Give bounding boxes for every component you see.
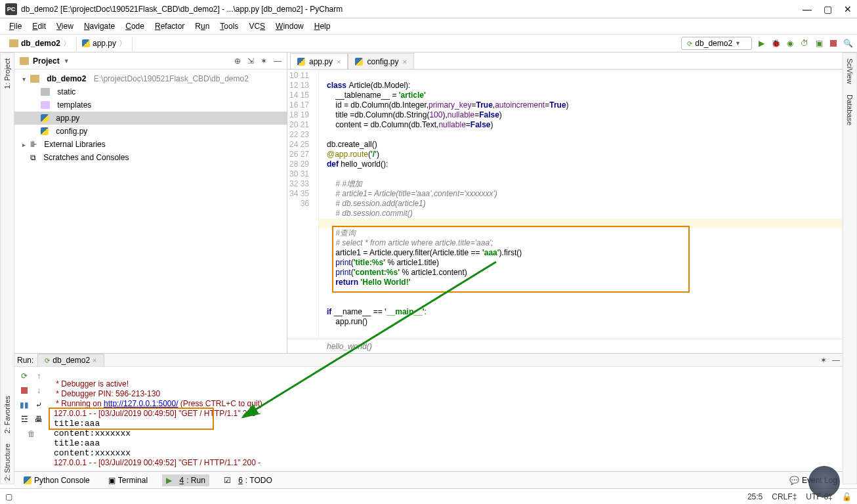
- tree-root[interactable]: ▾ db_demo2 E:\projectDoc\190521Flask_CBD…: [14, 72, 287, 85]
- eventlog-icon: 💬: [789, 476, 799, 485]
- layout-button[interactable]: ☲: [18, 413, 31, 426]
- breadcrumb-root[interactable]: db_demo2 〉: [4, 37, 77, 51]
- debug-button[interactable]: 🐞: [770, 38, 781, 49]
- minimize-button[interactable]: —: [803, 4, 812, 14]
- close-tab-icon[interactable]: ×: [337, 58, 341, 66]
- editor: app.py× config.py× 10 11 12 13 14 15 16 …: [287, 52, 843, 353]
- sidetab-project[interactable]: 1: Project: [2, 56, 12, 91]
- navbar: db_demo2 〉 app.py 〉 ⟳ db_demo2 ▼ ▶ 🐞 ◉ ⏱…: [0, 34, 857, 52]
- pycharm-logo-icon: PC: [5, 3, 17, 15]
- tree-file-app[interactable]: app.py: [14, 112, 287, 125]
- tree-folder-static[interactable]: static: [14, 85, 287, 98]
- tree-scratches[interactable]: ⧉ Scratches and Consoles: [14, 151, 287, 164]
- breadcrumb-root-label: db_demo2: [21, 39, 60, 48]
- breadcrumb-file[interactable]: app.py 〉: [77, 37, 133, 51]
- python-icon: [24, 476, 31, 484]
- sidetab-database[interactable]: Database: [845, 92, 855, 128]
- scroll-down-button[interactable]: ↓: [32, 384, 45, 397]
- window-title: db_demo2 [E:\projectDoc\190521Flask_CBD\…: [21, 5, 343, 14]
- menu-window[interactable]: Window: [272, 20, 308, 32]
- highlight-box-code: [332, 226, 690, 293]
- stop-button[interactable]: [828, 38, 839, 49]
- attach-button[interactable]: ▣: [814, 38, 824, 49]
- editor-breadcrumb: hello_world(): [287, 339, 843, 353]
- menu-navigate[interactable]: Navigate: [80, 20, 119, 32]
- python-file-icon: [82, 39, 90, 47]
- terminal-icon: ▣: [108, 476, 115, 485]
- status-messages-icon[interactable]: ▢: [5, 492, 12, 501]
- code-area[interactable]: 10 11 12 13 14 15 16 17 18 19 20 21 22 2…: [287, 70, 843, 339]
- sidetab-favorites[interactable]: 2: Favorites: [2, 393, 12, 436]
- runconfig-icon: ⟳: [687, 40, 692, 47]
- coverage-button[interactable]: ◉: [785, 38, 795, 49]
- breadcrumb-file-label: app.py: [93, 39, 116, 48]
- tree-external-libs[interactable]: ▸⊪ External Libraries: [14, 138, 287, 151]
- tree-file-config[interactable]: config.py: [14, 125, 287, 138]
- pause-button[interactable]: ▮▮: [18, 398, 31, 411]
- watermark-icon: [808, 466, 840, 497]
- python-file-icon: [355, 58, 363, 66]
- close-button[interactable]: ✕: [844, 4, 852, 14]
- hide-panel-icon[interactable]: —: [274, 56, 282, 66]
- todo-icon: ☑: [224, 476, 231, 485]
- sidetab-structure[interactable]: 2: Structure: [2, 441, 12, 484]
- menu-view[interactable]: View: [52, 20, 77, 32]
- menu-vcs[interactable]: VCS: [245, 20, 269, 32]
- project-panel: Project ▼ ⊕ ⇲ ✶ — ▾ db_demo2 E:\projectD…: [14, 52, 287, 353]
- runconfig-name: db_demo2: [695, 39, 732, 48]
- run-settings-icon[interactable]: ✶: [820, 356, 827, 365]
- close-tab-icon[interactable]: ×: [403, 58, 407, 66]
- project-panel-title: Project: [33, 56, 60, 66]
- menu-refactor[interactable]: Refactor: [151, 20, 188, 32]
- folder-icon: [20, 57, 29, 65]
- run-tab[interactable]: ⟳db_demo2×: [37, 354, 104, 366]
- highlight-box-console: [49, 408, 214, 430]
- maximize-button[interactable]: ▢: [824, 4, 832, 14]
- editor-tabs: app.py× config.py×: [287, 52, 843, 70]
- python-file-icon: [297, 58, 305, 66]
- menu-edit[interactable]: Edit: [28, 20, 50, 32]
- toolwin-todo[interactable]: ☑ 6: TODO: [220, 474, 276, 486]
- project-tree[interactable]: ▾ db_demo2 E:\projectDoc\190521Flask_CBD…: [14, 70, 287, 353]
- stop-button[interactable]: [18, 384, 31, 397]
- toolwin-run[interactable]: ▶ 4: Run: [162, 474, 209, 486]
- folder-icon: [9, 39, 18, 47]
- tab-app[interactable]: app.py×: [290, 53, 348, 69]
- search-button[interactable]: 🔍: [843, 38, 853, 49]
- menu-run[interactable]: Run: [191, 20, 213, 32]
- run-button[interactable]: ▶: [756, 38, 766, 49]
- status-readonly-icon[interactable]: 🔓: [842, 492, 852, 501]
- menu-file[interactable]: File: [5, 20, 26, 32]
- gutter: 10 11 12 13 14 15 16 17 18 19 20 21 22 2…: [287, 70, 319, 339]
- right-tool-rail: SciView Database: [843, 52, 857, 484]
- print-button[interactable]: 🖶: [32, 413, 45, 426]
- wrap-button[interactable]: ⤶: [32, 398, 45, 411]
- rerun-button[interactable]: ⟳: [18, 369, 31, 383]
- toolwin-terminal[interactable]: ▣Terminal: [104, 474, 152, 486]
- menu-code[interactable]: Code: [121, 20, 148, 32]
- left-tool-rail: 1: Project 2: Favorites 2: Structure: [0, 52, 14, 484]
- scroll-from-source-icon[interactable]: ⊕: [234, 56, 241, 66]
- menu-help[interactable]: Help: [310, 20, 335, 32]
- settings-icon[interactable]: ✶: [261, 56, 267, 66]
- status-pos[interactable]: 25:5: [747, 492, 763, 501]
- toolwin-python-console[interactable]: Python Console: [20, 474, 94, 486]
- menubar: File Edit View Navigate Code Refactor Ru…: [0, 18, 857, 34]
- run-icon: ▶: [166, 476, 172, 485]
- trash-button[interactable]: 🗑: [25, 427, 38, 440]
- scroll-up-button[interactable]: ↑: [32, 369, 45, 383]
- tree-folder-templates[interactable]: templates: [14, 98, 287, 112]
- runconfig-dropdown[interactable]: ⟳ db_demo2 ▼: [681, 37, 752, 50]
- profile-button[interactable]: ⏱: [799, 38, 810, 49]
- bottom-toolbar: Python Console ▣Terminal ▶ 4: Run ☑ 6: T…: [14, 471, 843, 488]
- sidetab-sciview[interactable]: SciView: [845, 56, 855, 87]
- status-bar: ▢ 25:5 CRLF‡ UTF-8‡ 🔓: [0, 488, 857, 504]
- code[interactable]: class Article(db.Model): __tablename__ =…: [319, 70, 843, 339]
- run-hide-icon[interactable]: —: [832, 356, 840, 365]
- menu-tools[interactable]: Tools: [216, 20, 242, 32]
- status-lineending[interactable]: CRLF‡: [772, 492, 797, 501]
- collapse-all-icon[interactable]: ⇲: [247, 56, 254, 66]
- titlebar: PC db_demo2 [E:\projectDoc\190521Flask_C…: [0, 0, 857, 18]
- run-panel: Run: ⟳db_demo2× ✶ — ⟳↑ ↓ ▮▮⤶ ☲🖶 🗑 * Debu…: [14, 353, 843, 484]
- tab-config[interactable]: config.py×: [348, 53, 413, 69]
